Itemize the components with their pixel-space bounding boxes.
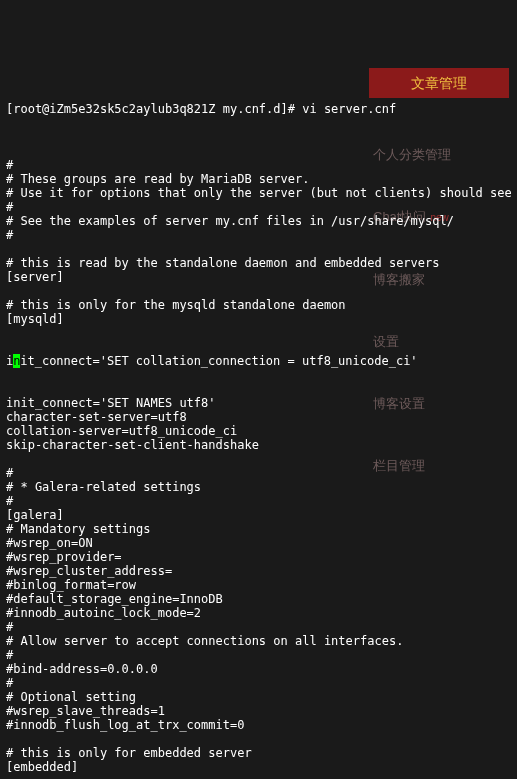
cursor-after: it_connect='SET collation_connection = u… [20, 354, 417, 368]
editor-line: character-set-server=utf8 [6, 410, 511, 424]
editor-line: # Optional setting [6, 690, 511, 704]
terminal-window[interactable]: 文章管理 个人分类管理 Chat快问 博客搬家 设置 博客设置 栏目管理 [ro… [0, 0, 517, 779]
editor-line: [galera] [6, 508, 511, 522]
editor-line: #wsrep_cluster_address= [6, 564, 511, 578]
editor-line: init_connect='SET NAMES utf8' [6, 396, 511, 410]
editor-line: #innodb_autoinc_lock_mode=2 [6, 606, 511, 620]
editor-cursor-line: init_connect='SET collation_connection =… [6, 354, 511, 368]
editor-line: skip-character-set-client-handshake [6, 438, 511, 452]
editor-line [6, 242, 511, 256]
editor-line: #bind-address=0.0.0.0 [6, 662, 511, 676]
editor-line: #wsrep_provider= [6, 550, 511, 564]
editor-line: #wsrep_slave_threads=1 [6, 704, 511, 718]
editor-line: # Mandatory settings [6, 522, 511, 536]
editor-line: # These groups are read by MariaDB serve… [6, 172, 511, 186]
editor-line: # Use it for options that only the serve… [6, 186, 511, 200]
editor-line: # [6, 158, 511, 172]
editor-line [6, 774, 511, 779]
editor-line: #binlog_format=row [6, 578, 511, 592]
editor-line [6, 144, 511, 158]
editor-line: # [6, 494, 511, 508]
editor-line: #default_storage_engine=InnoDB [6, 592, 511, 606]
editor-line: # [6, 228, 511, 242]
editor-line: #wsrep_on=ON [6, 536, 511, 550]
terminal-content: [root@iZm5e32sk5c2aylub3q821Z my.cnf.d]#… [6, 74, 511, 779]
editor-line [6, 732, 511, 746]
editor-line: # [6, 648, 511, 662]
editor-line: # [6, 200, 511, 214]
editor-line [6, 284, 511, 298]
editor-line: # this is only for the mysqld standalone… [6, 298, 511, 312]
editor-line: # * Galera-related settings [6, 480, 511, 494]
editor-line: # Allow server to accept connections on … [6, 634, 511, 648]
editor-line: # this is only for embedded server [6, 746, 511, 760]
editor-line [6, 452, 511, 466]
editor-line: [server] [6, 270, 511, 284]
cursor-before: i [6, 354, 13, 368]
editor-line: # [6, 676, 511, 690]
editor-line: # [6, 620, 511, 634]
editor-line: [mysqld] [6, 312, 511, 326]
editor-line: #innodb_flush_log_at_trx_commit=0 [6, 718, 511, 732]
editor-line: # See the examples of server my.cnf file… [6, 214, 511, 228]
shell-prompt-line: [root@iZm5e32sk5c2aylub3q821Z my.cnf.d]#… [6, 102, 511, 116]
editor-line: # this is read by the standalone daemon … [6, 256, 511, 270]
editor-line: collation-server=utf8_unicode_ci [6, 424, 511, 438]
editor-line: [embedded] [6, 760, 511, 774]
editor-line: # [6, 466, 511, 480]
